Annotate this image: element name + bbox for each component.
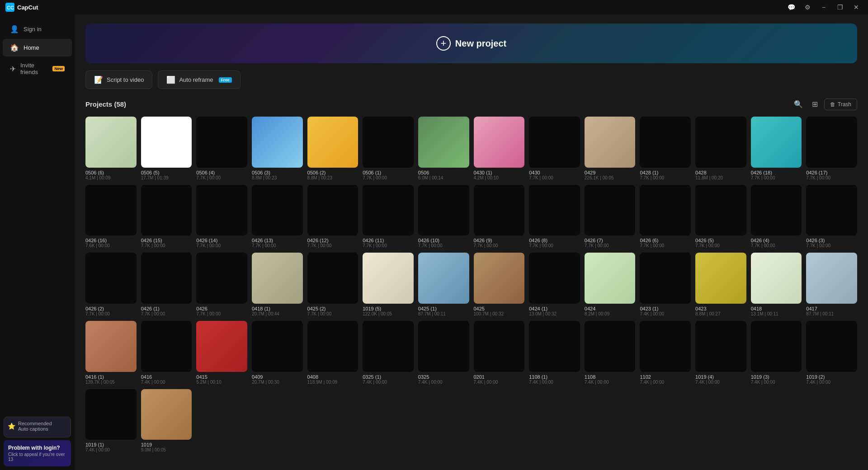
project-thumbnail	[141, 389, 192, 440]
list-item[interactable]: 0408 118.9M | 00:09	[307, 321, 359, 385]
project-thumbnail	[418, 185, 469, 236]
sidebar-item-home[interactable]: 🏠 Home	[3, 39, 72, 56]
list-item[interactable]: 0418 (1) 20.7M | 00:44	[252, 253, 303, 316]
list-item[interactable]: 0425 100.7M | 00:32	[474, 253, 525, 316]
grid-view-button[interactable]: ⊞	[809, 98, 821, 110]
project-thumbnail	[806, 321, 857, 372]
list-item[interactable]: 0418 13.1M | 00:11	[751, 253, 802, 316]
list-item[interactable]: 0426 (16) 7.6K | 00:00	[85, 185, 137, 249]
list-item[interactable]: 0426 (3) 7.7K | 00:00	[806, 185, 857, 249]
list-item[interactable]: 0325 7.4K | 00:00	[418, 321, 469, 385]
project-thumbnail	[806, 253, 857, 304]
list-item[interactable]: 0426 (4) 7.7K | 00:00	[751, 185, 802, 249]
list-item[interactable]: 0409 20.7M | 00:30	[252, 321, 303, 385]
list-item[interactable]: 0426 (6) 7.7K | 00:00	[640, 185, 691, 249]
list-item[interactable]: 0506 (6) 4.1M | 00:09	[85, 117, 137, 180]
list-item[interactable]: 0506 (3) 8.8M | 00:23	[252, 117, 303, 180]
list-item[interactable]: 0426 (10) 7.7K | 00:00	[418, 185, 469, 249]
list-item[interactable]: 0426 (15) 7.7K | 00:00	[141, 185, 192, 249]
list-item[interactable]: 1019 (5) 122.0K | 00:05	[363, 253, 414, 316]
list-item[interactable]: 0429 226.1K | 00:05	[585, 117, 636, 180]
list-item[interactable]: 0201 7.4K | 00:00	[474, 321, 525, 385]
list-item[interactable]: 0430 (1) 4.2M | 00:10	[474, 117, 525, 180]
list-item[interactable]: 0426 (9) 7.7K | 00:00	[474, 185, 525, 249]
list-item[interactable]: 0425 (1) 87.7M | 00:11	[418, 253, 469, 316]
list-item[interactable]: 0426 (2) 7.7K | 00:00	[85, 253, 137, 316]
list-item[interactable]: 1019 (1) 7.4K | 00:00	[85, 389, 137, 453]
project-name: 1019 (4)	[695, 374, 746, 380]
list-item[interactable]: 1108 (1) 7.4K | 00:00	[529, 321, 580, 385]
list-item[interactable]: 1019 (3) 7.4K | 00:00	[751, 321, 802, 385]
project-thumbnail	[585, 253, 636, 304]
problem-login-banner[interactable]: Problem with login? Click to appeal if y…	[4, 440, 71, 466]
list-item[interactable]: 0425 (2) 7.7K | 00:00	[307, 253, 359, 316]
list-item[interactable]: 0426 (14) 7.7K | 00:00	[196, 185, 247, 249]
list-item[interactable]: 0430 7.7K | 00:00	[529, 117, 580, 180]
projects-header: Projects (58) 🔍 ⊞ 🗑 Trash	[85, 98, 857, 110]
list-item[interactable]: 0415 5.2M | 00:10	[196, 321, 247, 385]
project-thumbnail	[640, 117, 691, 168]
project-meta: 7.7K | 00:00	[640, 243, 691, 248]
project-name: 0430 (1)	[474, 170, 525, 175]
project-meta: 7.7K | 00:00	[363, 243, 414, 248]
project-name: 0425 (1)	[418, 306, 469, 311]
list-item[interactable]: 0428 (1) 7.7K | 00:00	[640, 117, 691, 180]
settings-button[interactable]: ⚙	[801, 3, 814, 12]
project-meta: 7.4K | 00:00	[363, 380, 414, 385]
project-name: 1108 (1)	[529, 374, 580, 380]
project-name: 0416 (1)	[85, 374, 137, 380]
trash-button[interactable]: 🗑 Trash	[824, 99, 857, 110]
project-meta: 7.4K | 00:00	[695, 380, 746, 385]
list-item[interactable]: 1102 7.4K | 00:00	[640, 321, 691, 385]
list-item[interactable]: 0416 7.4K | 00:00	[141, 321, 192, 385]
list-item[interactable]: 0426 7.7K | 00:00	[196, 253, 247, 316]
list-item[interactable]: 0506 (2) 8.8M | 00:23	[307, 117, 359, 180]
list-item[interactable]: 1019 (4) 7.4K | 00:00	[695, 321, 746, 385]
list-item[interactable]: 0325 (1) 7.4K | 00:00	[363, 321, 414, 385]
list-item[interactable]: 0424 (1) 13.0M | 00:32	[529, 253, 580, 316]
project-thumbnail	[529, 321, 580, 372]
list-item[interactable]: 0426 (13) 7.7K | 00:00	[252, 185, 303, 249]
script-to-video-button[interactable]: 📝 Script to video	[85, 70, 152, 89]
list-item[interactable]: 0426 (1) 7.7K | 00:00	[141, 253, 192, 316]
list-item[interactable]: 0426 (8) 7.7K | 00:00	[529, 185, 580, 249]
close-button[interactable]: ✕	[850, 3, 863, 12]
list-item[interactable]: 0506 (4) 7.7K | 00:00	[196, 117, 247, 180]
auto-reframe-button[interactable]: ⬜ Auto reframe Free	[158, 70, 240, 89]
list-item[interactable]: 0426 (17) 7.7K | 00:00	[806, 117, 857, 180]
list-item[interactable]: 0417 87.7M | 00:11	[806, 253, 857, 316]
project-meta: 118.9M | 00:09	[307, 380, 359, 385]
list-item[interactable]: 0423 (1) 7.4K | 00:00	[640, 253, 691, 316]
sidebar-item-signin[interactable]: 👤 Sign in	[3, 20, 72, 38]
search-button[interactable]: 🔍	[791, 98, 806, 110]
list-item[interactable]: 0416 (1) 139.7K | 00:05	[85, 321, 137, 385]
new-project-banner[interactable]: + New project	[85, 24, 857, 63]
list-item[interactable]: 0423 8.8M | 00:27	[695, 253, 746, 316]
list-item[interactable]: 0506 (1) 7.7K | 00:00	[363, 117, 414, 180]
list-item[interactable]: 0428 11.8M | 00:20	[695, 117, 746, 180]
minimize-button[interactable]: −	[817, 3, 830, 12]
project-name: 0426 (5)	[695, 238, 746, 243]
new-project-button[interactable]: + New project	[436, 36, 506, 51]
list-item[interactable]: 0506 6.0M | 00:14	[418, 117, 469, 180]
list-item[interactable]: 1019 9.0M | 00:05	[141, 389, 192, 453]
restore-button[interactable]: ❐	[834, 3, 846, 12]
project-thumbnail	[640, 185, 691, 236]
chat-button[interactable]: 💬	[785, 3, 797, 12]
sidebar-item-invite[interactable]: ✈ Invite friends New	[3, 57, 72, 80]
list-item[interactable]: 0426 (18) 7.7K | 00:00	[751, 117, 802, 180]
project-thumbnail	[529, 117, 580, 168]
list-item[interactable]: 0424 8.2M | 00:09	[585, 253, 636, 316]
star-icon: ⭐	[8, 423, 15, 430]
list-item[interactable]: 1108 7.4K | 00:00	[585, 321, 636, 385]
list-item[interactable]: 0426 (7) 7.7K | 00:00	[585, 185, 636, 249]
list-item[interactable]: 0426 (11) 7.7K | 00:00	[363, 185, 414, 249]
list-item[interactable]: 0426 (5) 7.7K | 00:00	[695, 185, 746, 249]
list-item[interactable]: 0426 (12) 7.7K | 00:00	[307, 185, 359, 249]
list-item[interactable]: 0506 (5) 17.7M | 01:39	[141, 117, 192, 180]
project-meta: 7.4K | 00:00	[585, 380, 636, 385]
invite-icon: ✈	[10, 65, 16, 73]
project-name: 0418 (1)	[252, 306, 303, 311]
auto-captions-banner[interactable]: ⭐ Recommended Auto captions	[4, 417, 71, 437]
list-item[interactable]: 1019 (2) 7.4K | 00:00	[806, 321, 857, 385]
